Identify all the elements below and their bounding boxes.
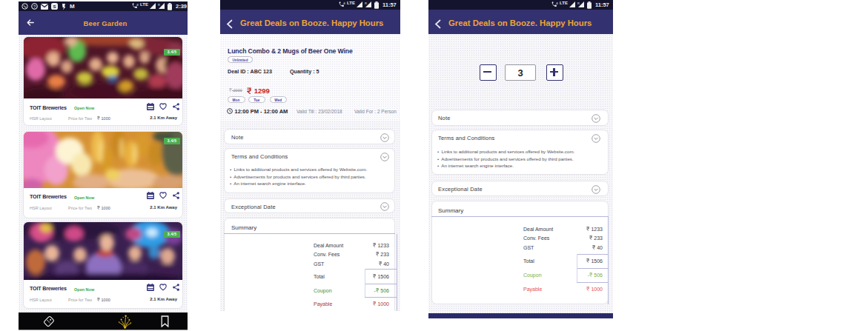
svg-text:R: R — [365, 1, 367, 5]
svg-text:4G: 4G — [136, 4, 139, 7]
svg-text:R: R — [577, 1, 580, 5]
svg-text:R: R — [158, 3, 160, 7]
svg-text:4G: 4G — [343, 2, 345, 5]
svg-text:4G: 4G — [556, 2, 558, 5]
svg-text:S: S — [53, 4, 56, 9]
svg-text:?: ? — [33, 4, 36, 9]
